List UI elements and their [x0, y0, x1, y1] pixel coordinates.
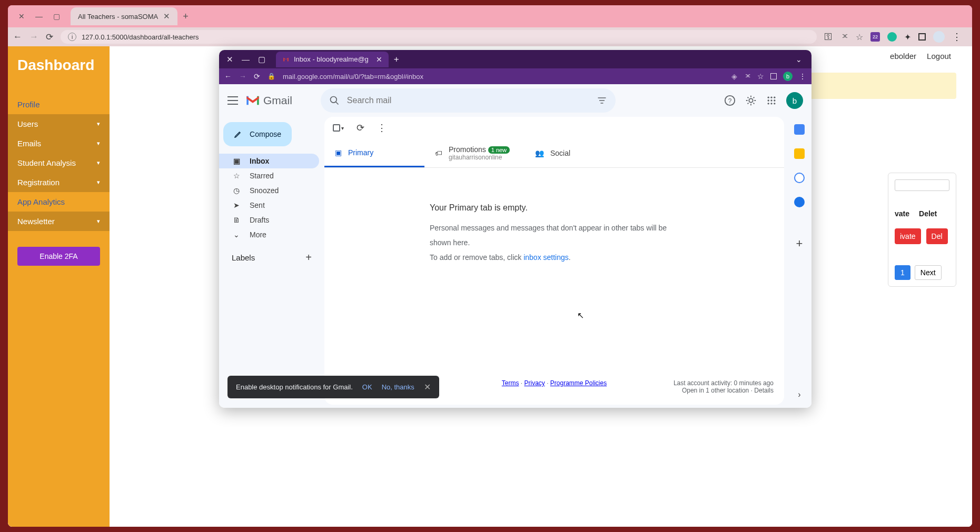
eye-icon[interactable]: ◈ — [731, 72, 737, 81]
profile-avatar-bg[interactable] — [933, 31, 945, 43]
dashboard-topbar: ebolder Logout — [890, 52, 951, 61]
overlay-titlebar: ✕ — ▢ Inbox - bloodyrealme@g ✕ + ⌄ — [219, 50, 811, 68]
maximize-icon[interactable]: ▢ — [53, 12, 60, 21]
forward-icon[interactable]: → — [29, 32, 38, 42]
menu-app-analytics[interactable]: App Analytics — [8, 192, 110, 212]
refresh-icon[interactable]: ⟳ — [357, 122, 364, 134]
maximize-icon[interactable]: ▢ — [258, 55, 265, 64]
menu-newsletter[interactable]: Newsletter▾ — [8, 212, 110, 231]
topbar-username[interactable]: ebolder — [890, 52, 916, 61]
share-bg-icon[interactable]: ⪤ — [840, 32, 848, 42]
nav-snoozed[interactable]: ◷Snoozed — [219, 183, 319, 198]
extensions-icon[interactable]: ✦ — [904, 32, 911, 42]
reload-icon[interactable]: ⟳ — [46, 32, 53, 43]
add-label-icon[interactable]: + — [305, 252, 312, 264]
tasks-app-icon[interactable] — [794, 173, 805, 183]
minimize-icon[interactable]: — — [242, 55, 250, 64]
search-input[interactable] — [347, 96, 589, 105]
gear-icon[interactable] — [745, 95, 757, 106]
overlay-tab[interactable]: Inbox - bloodyrealme@g ✕ — [276, 52, 389, 67]
privacy-link[interactable]: Privacy — [524, 379, 545, 387]
snackbar-ok-button[interactable]: OK — [362, 383, 372, 391]
gmail-app: Gmail ? b — [219, 84, 811, 408]
menu-registration[interactable]: Registration▾ — [8, 173, 110, 192]
hamburger-menu-icon[interactable] — [227, 96, 238, 105]
snackbar-no-button[interactable]: No, thanks — [382, 383, 414, 391]
enable-2fa-button[interactable]: Enable 2FA — [17, 247, 100, 266]
bookmark-icon[interactable]: ☆ — [757, 72, 764, 81]
page-next-button[interactable]: Next — [915, 265, 942, 280]
add-app-icon[interactable]: + — [796, 237, 803, 250]
extension-icon-2[interactable] — [887, 32, 897, 42]
forward-icon[interactable]: → — [239, 72, 246, 81]
policies-link[interactable]: Programme Policies — [550, 379, 607, 387]
sidepanel-icon[interactable] — [770, 73, 777, 79]
profile-avatar[interactable]: b — [786, 92, 803, 109]
menu-student-analysis[interactable]: Student Analysis▾ — [8, 153, 110, 173]
tabs-dropdown-icon[interactable]: ⌄ — [796, 55, 807, 64]
bg-browser-tab[interactable]: All Teachers - somaSOMA ✕ — [71, 7, 177, 25]
back-icon[interactable]: ← — [13, 32, 22, 42]
nav-inbox[interactable]: ▣Inbox — [219, 154, 319, 168]
gmail-actionbar: ▾ ⟳ ⋮ — [324, 117, 784, 139]
dashboard-sidebar: Dashboard Profile Users▾ Emails▾ Student… — [8, 46, 110, 527]
share-icon[interactable]: ⪤ — [744, 72, 751, 81]
file-icon: 🗎 — [232, 216, 241, 224]
sidepanel-icon[interactable] — [918, 33, 926, 41]
nav-drafts[interactable]: 🗎Drafts — [219, 213, 319, 227]
details-link[interactable]: Details — [754, 387, 774, 394]
keep-app-icon[interactable] — [794, 148, 805, 159]
compose-button[interactable]: Compose — [223, 122, 292, 146]
logout-link[interactable]: Logout — [927, 52, 951, 61]
svg-point-12 — [770, 103, 772, 104]
primary-tab-icon: ▣ — [335, 148, 342, 157]
terms-link[interactable]: Terms — [502, 379, 519, 387]
tab-social[interactable]: 👥 Social — [524, 139, 625, 167]
nav-more[interactable]: ⌄More — [219, 227, 319, 242]
tab-close-icon[interactable]: ✕ — [376, 55, 382, 64]
svg-point-10 — [774, 99, 775, 101]
snackbar-close-icon[interactable]: ✕ — [424, 382, 431, 392]
profile-avatar-sm[interactable]: b — [783, 72, 793, 81]
select-all-checkbox[interactable]: ▾ — [333, 124, 344, 132]
overlay-url-text[interactable]: mail.google.com/mail/u/0/?tab=rm&ogbl#in… — [283, 73, 423, 81]
menu-icon[interactable]: ⋮ — [952, 31, 962, 43]
menu-users[interactable]: Users▾ — [8, 114, 110, 134]
page-1-button[interactable]: 1 — [895, 265, 910, 280]
deactivate-button[interactable]: ivate — [895, 228, 921, 244]
lock-icon[interactable]: 🔒 — [268, 73, 275, 80]
apps-grid-icon[interactable] — [766, 95, 777, 106]
nav-sent[interactable]: ➤Sent — [219, 198, 319, 213]
extension-icon-1[interactable]: 22 — [870, 32, 880, 42]
key-icon[interactable]: ⚿ — [824, 32, 833, 42]
reload-icon[interactable]: ⟳ — [254, 72, 260, 81]
help-icon[interactable]: ? — [724, 95, 736, 106]
calendar-app-icon[interactable] — [794, 124, 805, 135]
menu-icon[interactable]: ⋮ — [799, 72, 806, 81]
bg-url-bar[interactable]: i 127.0.0.1:5000/dashboard/all-teachers — [61, 30, 817, 44]
nav-starred[interactable]: ☆Starred — [219, 168, 319, 183]
bookmark-icon[interactable]: ☆ — [856, 32, 863, 42]
inbox-settings-link[interactable]: inbox settings — [523, 253, 569, 262]
site-info-icon[interactable]: i — [68, 33, 76, 41]
new-tab-icon[interactable]: + — [183, 11, 189, 22]
tab-promotions[interactable]: 🏷 Promotions 1 new gitauharrisononline — [424, 139, 524, 167]
tab-close-icon[interactable]: ✕ — [163, 12, 170, 21]
close-icon[interactable]: ✕ — [18, 12, 25, 21]
new-tab-icon[interactable]: + — [394, 54, 399, 65]
search-options-icon[interactable] — [597, 95, 607, 106]
tab-primary[interactable]: ▣ Primary — [324, 139, 424, 167]
more-actions-icon[interactable]: ⋮ — [377, 122, 387, 134]
gmail-logo[interactable]: Gmail — [245, 94, 292, 107]
back-icon[interactable]: ← — [224, 72, 232, 81]
gmail-brand-text: Gmail — [263, 94, 292, 107]
minimize-icon[interactable]: — — [35, 12, 43, 21]
delete-button[interactable]: Del — [926, 228, 948, 244]
search-input-fragment[interactable] — [895, 179, 949, 191]
menu-emails[interactable]: Emails▾ — [8, 134, 110, 153]
collapse-panel-icon[interactable]: › — [798, 390, 800, 399]
menu-profile[interactable]: Profile — [8, 95, 110, 114]
close-icon[interactable]: ✕ — [226, 55, 233, 64]
contacts-app-icon[interactable] — [794, 197, 805, 207]
search-bar[interactable] — [321, 88, 616, 113]
